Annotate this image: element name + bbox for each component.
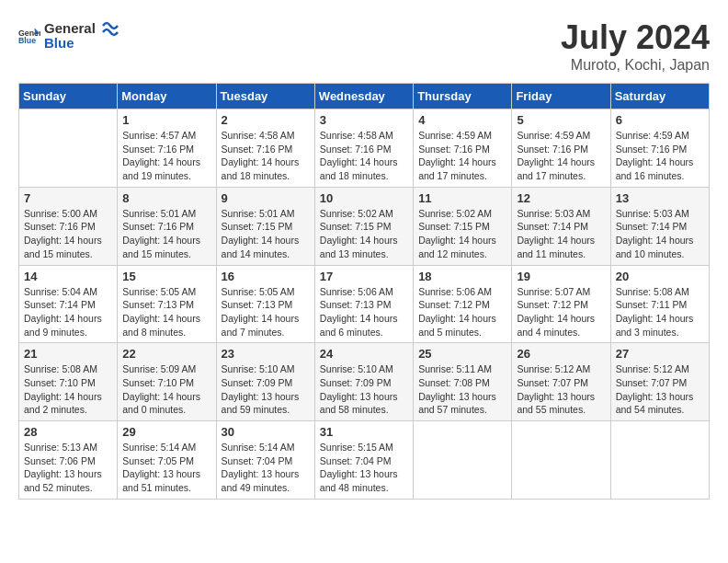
svg-text:Blue: Blue xyxy=(18,36,36,45)
calendar-cell xyxy=(19,109,118,188)
logo-icon: General Blue xyxy=(18,27,40,45)
day-number: 10 xyxy=(320,191,408,205)
day-number: 28 xyxy=(24,425,112,439)
day-number: 5 xyxy=(517,113,605,127)
calendar-cell: 3Sunrise: 4:58 AM Sunset: 7:16 PM Daylig… xyxy=(314,109,413,188)
calendar-cell: 11Sunrise: 5:02 AM Sunset: 7:15 PM Dayli… xyxy=(414,187,512,265)
cell-sun-info: Sunrise: 5:09 AM Sunset: 7:10 PM Dayligh… xyxy=(122,362,210,417)
weekday-header-monday: Monday xyxy=(118,84,216,109)
day-number: 1 xyxy=(122,113,210,127)
day-number: 11 xyxy=(418,191,506,205)
calendar-cell: 8Sunrise: 5:01 AM Sunset: 7:16 PM Daylig… xyxy=(118,187,216,265)
calendar-cell: 18Sunrise: 5:06 AM Sunset: 7:12 PM Dayli… xyxy=(414,265,512,343)
cell-sun-info: Sunrise: 5:01 AM Sunset: 7:16 PM Dayligh… xyxy=(122,207,210,261)
cell-sun-info: Sunrise: 5:05 AM Sunset: 7:13 PM Dayligh… xyxy=(222,285,310,339)
header: General Blue General Blue July 2024 Muro… xyxy=(18,18,710,74)
calendar-cell: 26Sunrise: 5:12 AM Sunset: 7:07 PM Dayli… xyxy=(512,343,610,421)
calendar-cell: 13Sunrise: 5:03 AM Sunset: 7:14 PM Dayli… xyxy=(610,187,709,265)
calendar-cell: 25Sunrise: 5:11 AM Sunset: 7:08 PM Dayli… xyxy=(414,343,512,421)
calendar-week-row: 1Sunrise: 4:57 AM Sunset: 7:16 PM Daylig… xyxy=(19,109,710,188)
calendar-cell: 10Sunrise: 5:02 AM Sunset: 7:15 PM Dayli… xyxy=(314,187,413,265)
cell-sun-info: Sunrise: 5:03 AM Sunset: 7:14 PM Dayligh… xyxy=(517,207,605,261)
calendar-cell: 12Sunrise: 5:03 AM Sunset: 7:14 PM Dayli… xyxy=(512,187,610,265)
calendar-cell: 19Sunrise: 5:07 AM Sunset: 7:12 PM Dayli… xyxy=(512,265,610,343)
cell-sun-info: Sunrise: 5:11 AM Sunset: 7:08 PM Dayligh… xyxy=(418,362,506,417)
cell-sun-info: Sunrise: 4:58 AM Sunset: 7:16 PM Dayligh… xyxy=(320,129,408,183)
month-year-title: July 2024 xyxy=(561,18,710,57)
day-number: 6 xyxy=(616,113,704,127)
cell-sun-info: Sunrise: 5:01 AM Sunset: 7:15 PM Dayligh… xyxy=(222,207,310,261)
calendar-cell: 21Sunrise: 5:08 AM Sunset: 7:10 PM Dayli… xyxy=(19,343,118,421)
calendar-table: SundayMondayTuesdayWednesdayThursdayFrid… xyxy=(18,83,710,500)
day-number: 21 xyxy=(24,347,112,361)
cell-sun-info: Sunrise: 5:03 AM Sunset: 7:14 PM Dayligh… xyxy=(616,207,704,261)
calendar-cell: 6Sunrise: 4:59 AM Sunset: 7:16 PM Daylig… xyxy=(610,109,709,188)
calendar-cell: 5Sunrise: 4:59 AM Sunset: 7:16 PM Daylig… xyxy=(512,109,610,188)
cell-sun-info: Sunrise: 5:15 AM Sunset: 7:04 PM Dayligh… xyxy=(320,441,408,495)
weekday-header-wednesday: Wednesday xyxy=(314,84,413,109)
calendar-week-row: 14Sunrise: 5:04 AM Sunset: 7:14 PM Dayli… xyxy=(19,265,710,343)
calendar-cell xyxy=(414,421,512,500)
cell-sun-info: Sunrise: 5:12 AM Sunset: 7:07 PM Dayligh… xyxy=(616,362,704,417)
weekday-header-saturday: Saturday xyxy=(610,84,709,109)
calendar-cell: 23Sunrise: 5:10 AM Sunset: 7:09 PM Dayli… xyxy=(216,343,314,421)
calendar-week-row: 28Sunrise: 5:13 AM Sunset: 7:06 PM Dayli… xyxy=(19,421,710,500)
cell-sun-info: Sunrise: 4:58 AM Sunset: 7:16 PM Dayligh… xyxy=(222,129,310,183)
calendar-cell: 2Sunrise: 4:58 AM Sunset: 7:16 PM Daylig… xyxy=(216,109,314,188)
day-number: 2 xyxy=(222,113,310,127)
cell-sun-info: Sunrise: 4:57 AM Sunset: 7:16 PM Dayligh… xyxy=(122,129,210,183)
cell-sun-info: Sunrise: 5:13 AM Sunset: 7:06 PM Dayligh… xyxy=(24,441,112,495)
day-number: 23 xyxy=(222,347,310,361)
cell-sun-info: Sunrise: 5:08 AM Sunset: 7:11 PM Dayligh… xyxy=(616,285,704,339)
weekday-header-sunday: Sunday xyxy=(19,84,118,109)
cell-sun-info: Sunrise: 5:05 AM Sunset: 7:13 PM Dayligh… xyxy=(122,285,210,339)
day-number: 24 xyxy=(320,347,408,361)
calendar-week-row: 7Sunrise: 5:00 AM Sunset: 7:16 PM Daylig… xyxy=(19,187,710,265)
day-number: 25 xyxy=(418,347,506,361)
day-number: 3 xyxy=(320,113,408,127)
cell-sun-info: Sunrise: 5:10 AM Sunset: 7:09 PM Dayligh… xyxy=(320,362,408,417)
cell-sun-info: Sunrise: 5:04 AM Sunset: 7:14 PM Dayligh… xyxy=(24,285,112,339)
day-number: 9 xyxy=(222,191,310,205)
calendar-cell: 14Sunrise: 5:04 AM Sunset: 7:14 PM Dayli… xyxy=(19,265,118,343)
cell-sun-info: Sunrise: 5:00 AM Sunset: 7:16 PM Dayligh… xyxy=(24,207,112,261)
day-number: 17 xyxy=(320,270,408,283)
day-number: 30 xyxy=(222,425,310,439)
calendar-cell: 20Sunrise: 5:08 AM Sunset: 7:11 PM Dayli… xyxy=(610,265,709,343)
calendar-cell: 30Sunrise: 5:14 AM Sunset: 7:04 PM Dayli… xyxy=(216,421,314,500)
calendar-cell: 17Sunrise: 5:06 AM Sunset: 7:13 PM Dayli… xyxy=(314,265,413,343)
logo-wave-icon xyxy=(101,18,119,46)
title-area: July 2024 Muroto, Kochi, Japan xyxy=(561,18,710,74)
cell-sun-info: Sunrise: 5:12 AM Sunset: 7:07 PM Dayligh… xyxy=(517,362,605,417)
logo: General Blue General Blue xyxy=(18,18,119,53)
day-number: 18 xyxy=(418,270,506,283)
day-number: 15 xyxy=(122,270,210,283)
day-number: 16 xyxy=(222,270,310,283)
cell-sun-info: Sunrise: 4:59 AM Sunset: 7:16 PM Dayligh… xyxy=(517,129,605,183)
cell-sun-info: Sunrise: 5:14 AM Sunset: 7:05 PM Dayligh… xyxy=(122,441,210,495)
cell-sun-info: Sunrise: 5:14 AM Sunset: 7:04 PM Dayligh… xyxy=(222,441,310,495)
cell-sun-info: Sunrise: 5:02 AM Sunset: 7:15 PM Dayligh… xyxy=(320,207,408,261)
weekday-header-tuesday: Tuesday xyxy=(216,84,314,109)
day-number: 20 xyxy=(616,270,704,283)
calendar-cell: 7Sunrise: 5:00 AM Sunset: 7:16 PM Daylig… xyxy=(19,187,118,265)
day-number: 27 xyxy=(616,347,704,361)
weekday-header-thursday: Thursday xyxy=(414,84,512,109)
logo-blue-text: Blue xyxy=(44,36,96,52)
calendar-cell: 1Sunrise: 4:57 AM Sunset: 7:16 PM Daylig… xyxy=(118,109,216,188)
calendar-cell: 9Sunrise: 5:01 AM Sunset: 7:15 PM Daylig… xyxy=(216,187,314,265)
day-number: 31 xyxy=(320,425,408,439)
day-number: 4 xyxy=(418,113,506,127)
logo-general-text: General xyxy=(44,21,96,37)
day-number: 8 xyxy=(122,191,210,205)
location-subtitle: Muroto, Kochi, Japan xyxy=(561,57,710,74)
calendar-cell: 22Sunrise: 5:09 AM Sunset: 7:10 PM Dayli… xyxy=(118,343,216,421)
calendar-cell: 16Sunrise: 5:05 AM Sunset: 7:13 PM Dayli… xyxy=(216,265,314,343)
cell-sun-info: Sunrise: 5:06 AM Sunset: 7:13 PM Dayligh… xyxy=(320,285,408,339)
calendar-week-row: 21Sunrise: 5:08 AM Sunset: 7:10 PM Dayli… xyxy=(19,343,710,421)
weekday-header-friday: Friday xyxy=(512,84,610,109)
calendar-cell xyxy=(610,421,709,500)
calendar-cell: 24Sunrise: 5:10 AM Sunset: 7:09 PM Dayli… xyxy=(314,343,413,421)
calendar-cell: 28Sunrise: 5:13 AM Sunset: 7:06 PM Dayli… xyxy=(19,421,118,500)
weekday-header-row: SundayMondayTuesdayWednesdayThursdayFrid… xyxy=(19,84,710,109)
